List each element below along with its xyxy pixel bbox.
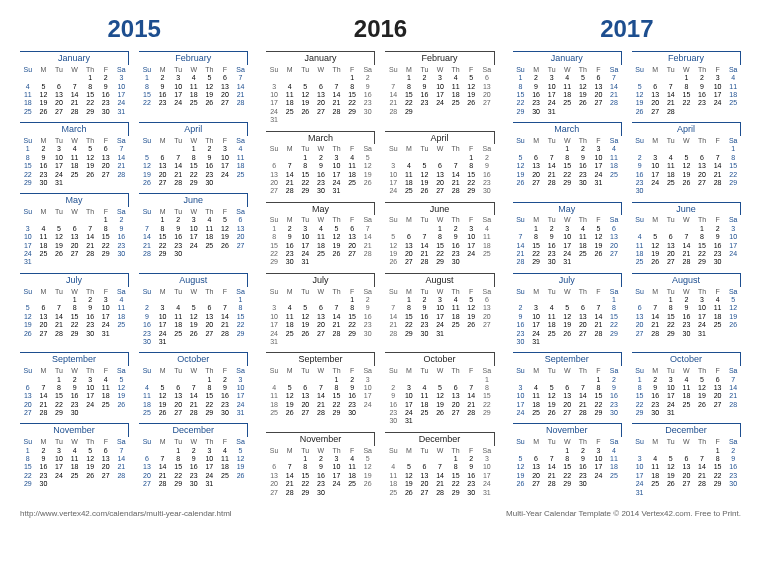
dow-cell: M [282, 447, 298, 455]
dow-cell: Su [513, 66, 529, 74]
dow-cell: W [313, 145, 329, 153]
day-cell: 13 [448, 392, 464, 400]
day-cell: 24 [385, 187, 401, 195]
day-cell: 5 [82, 447, 98, 455]
day-cell [632, 74, 648, 82]
day-cell: 9 [170, 225, 186, 233]
day-cell: 1 [170, 447, 186, 455]
months-grid: JanuarySuMTuWThFSa1234567891011121314151… [266, 51, 494, 497]
dow-cell: Tu [298, 66, 314, 74]
day-cell: 18 [202, 233, 218, 241]
dow-row: SuMTuWThFSa [139, 137, 248, 145]
day-cell: 3 [591, 447, 607, 455]
day-cell: 24 [432, 321, 448, 329]
day-cell: 18 [725, 91, 741, 99]
dow-row: SuMTuWThFSa [513, 66, 622, 74]
day-cell: 15 [298, 171, 314, 179]
dow-cell: Th [329, 288, 345, 296]
day-cell: 12 [513, 463, 529, 471]
day-cell [401, 376, 417, 384]
day-cell: 28 [448, 187, 464, 195]
day-cell: 7 [417, 233, 433, 241]
day-cell: 25 [710, 321, 726, 329]
day-cell: 2 [448, 225, 464, 233]
day-cell: 12 [139, 162, 155, 170]
day-cell: 15 [344, 91, 360, 99]
dow-cell: Sa [479, 367, 495, 375]
day-cell: 15 [401, 313, 417, 321]
day-cell: 29 [606, 330, 622, 338]
dow-cell: Su [20, 438, 36, 446]
day-cell: 17 [98, 313, 114, 321]
day-cell: 16 [36, 162, 52, 170]
day-cell: 29 [266, 258, 282, 266]
day-cell: 18 [98, 392, 114, 400]
dow-cell: F [463, 447, 479, 455]
week-row: 2345678 [385, 384, 494, 392]
day-cell: 15 [663, 313, 679, 321]
day-cell [385, 225, 401, 233]
month-name: October [139, 352, 248, 366]
day-cell: 7 [606, 74, 622, 82]
day-cell: 27 [170, 409, 186, 417]
week-row: 2345678 [139, 304, 248, 312]
day-cell: 25 [606, 472, 622, 480]
week-row: 567891011 [513, 455, 622, 463]
day-cell: 8 [479, 384, 495, 392]
day-cell: 8 [448, 463, 464, 471]
day-cell: 1 [233, 296, 249, 304]
day-cell: 22 [20, 171, 36, 179]
day-cell [282, 338, 298, 346]
day-cell [282, 74, 298, 82]
day-cell: 31 [233, 409, 249, 417]
day-cell [36, 258, 52, 266]
day-cell: 28 [463, 409, 479, 417]
day-cell: 19 [513, 171, 529, 179]
day-cell: 20 [313, 321, 329, 329]
day-cell [329, 258, 345, 266]
day-cell: 27 [51, 108, 67, 116]
day-cell: 15 [448, 472, 464, 480]
month-may: MaySuMTuWThFSa12345678910111213141516171… [266, 202, 375, 267]
day-cell: 7 [448, 162, 464, 170]
day-cell: 2 [313, 455, 329, 463]
day-cell: 20 [559, 401, 575, 409]
day-cell: 16 [575, 162, 591, 170]
day-cell: 28 [67, 108, 83, 116]
dow-cell: W [679, 137, 695, 145]
week-row: 123 [20, 74, 129, 82]
day-cell: 17 [233, 392, 249, 400]
day-cell: 31 [632, 489, 648, 497]
day-cell: 11 [217, 455, 233, 463]
day-cell [385, 455, 401, 463]
day-cell: 24 [479, 480, 495, 488]
week-row: 23242526272829 [513, 330, 622, 338]
day-cell: 29 [344, 330, 360, 338]
day-cell: 12 [663, 463, 679, 471]
day-cell: 12 [51, 233, 67, 241]
day-cell: 14 [186, 392, 202, 400]
week-row: 891011121314 [20, 154, 129, 162]
day-cell: 16 [82, 313, 98, 321]
dow-cell: Sa [479, 288, 495, 296]
day-cell: 29 [401, 330, 417, 338]
day-cell: 11 [679, 384, 695, 392]
day-cell: 8 [432, 233, 448, 241]
day-cell: 12 [36, 91, 52, 99]
day-cell: 13 [606, 233, 622, 241]
day-cell: 19 [575, 91, 591, 99]
day-cell: 9 [417, 304, 433, 312]
day-cell: 4 [36, 225, 52, 233]
day-cell: 30 [513, 338, 529, 346]
day-cell: 9 [217, 384, 233, 392]
day-cell: 4 [448, 296, 464, 304]
week-row: 3456789 [266, 304, 375, 312]
day-cell: 28 [282, 187, 298, 195]
day-cell: 20 [233, 233, 249, 241]
day-cell [360, 338, 376, 346]
dow-row: SuMTuWThFSa [513, 438, 622, 446]
dow-cell: F [463, 66, 479, 74]
dow-cell: W [186, 137, 202, 145]
week-row: 13141516171819 [632, 313, 741, 321]
day-cell: 18 [385, 480, 401, 488]
